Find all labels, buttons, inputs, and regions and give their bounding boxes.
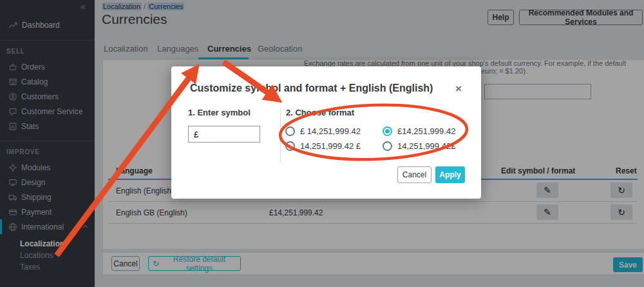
modal-apply-button[interactable]: Apply bbox=[435, 166, 465, 183]
symbol-input[interactable] bbox=[188, 126, 260, 143]
choose-format-label: 2. Choose format bbox=[286, 108, 354, 117]
radio-icon bbox=[285, 126, 295, 136]
format-option-label: £14,251,999.42 bbox=[397, 126, 455, 136]
radio-icon bbox=[383, 141, 392, 151]
modal-cancel-button[interactable]: Cancel bbox=[397, 166, 431, 183]
format-option-label: 14,251,999.42 £ bbox=[300, 141, 361, 151]
currencies-page: « Dashboard SELL Orders Catalog Custo bbox=[0, 0, 644, 287]
radio-selected-icon bbox=[383, 126, 392, 136]
format-option-label: £ 14,251,999.42 bbox=[300, 126, 361, 136]
enter-symbol-label: 1. Enter symbol bbox=[188, 108, 251, 117]
modal-column-divider bbox=[280, 108, 281, 163]
format-option-label: 14,251,999.42£ bbox=[397, 141, 455, 151]
customize-format-modal: Customize symbol and format + English (E… bbox=[171, 66, 481, 199]
modal-title: Customize symbol and format + English (E… bbox=[190, 83, 433, 94]
format-option-4[interactable]: 14,251,999.42£ bbox=[383, 141, 455, 151]
radio-icon bbox=[285, 141, 295, 151]
format-option-3[interactable]: 14,251,999.42 £ bbox=[285, 141, 361, 151]
format-option-1[interactable]: £ 14,251,999.42 bbox=[285, 126, 361, 136]
format-option-2-selected[interactable]: £14,251,999.42 bbox=[383, 126, 455, 136]
close-icon[interactable]: × bbox=[455, 83, 462, 94]
